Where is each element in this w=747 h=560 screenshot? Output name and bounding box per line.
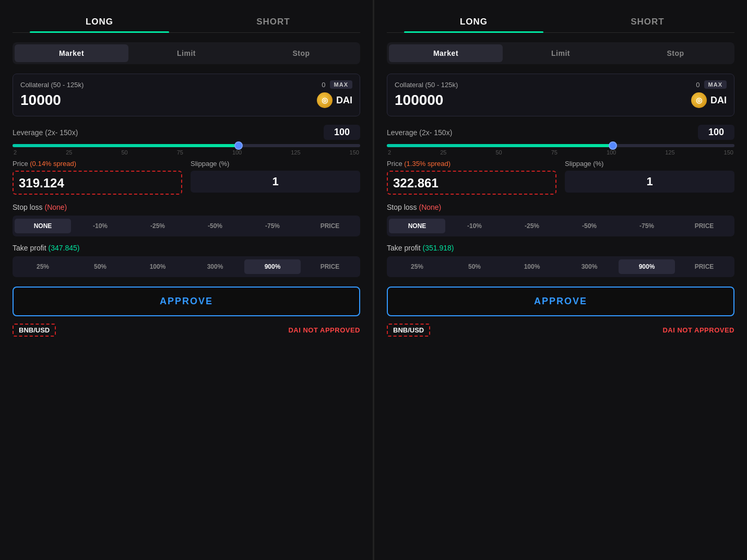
price-slippage-row: Price (0.14% spread)319.124Slippage (%)1 bbox=[13, 160, 360, 195]
slippage-label: Slippage (%) bbox=[191, 160, 360, 168]
take-profit-option-300pct[interactable]: 300% bbox=[561, 259, 618, 274]
take-profit-label: Take profit (347.845) bbox=[13, 244, 360, 252]
leverage-slider[interactable]: 2255075100125150 bbox=[13, 144, 360, 156]
panels-container: LONGSHORTMarketLimitStopCollateral (50 -… bbox=[0, 0, 747, 560]
take-profit-option-100pct[interactable]: 100% bbox=[504, 259, 560, 274]
stop-loss-label: Stop loss (None) bbox=[13, 203, 360, 211]
tab-short[interactable]: SHORT bbox=[186, 10, 360, 32]
dai-label: DAI bbox=[336, 95, 352, 106]
stop-loss-option--75pct[interactable]: -75% bbox=[619, 219, 675, 233]
price-box: Price (0.14% spread)319.124 bbox=[13, 160, 182, 195]
price-dashed-box: 322.861 bbox=[387, 171, 556, 195]
panel-right: LONGSHORTMarketLimitStopCollateral (50 -… bbox=[374, 0, 747, 560]
not-approved-text: DAI NOT APPROVED bbox=[288, 326, 360, 334]
order-btn-stop[interactable]: Stop bbox=[244, 44, 358, 62]
collateral-value: 10000 bbox=[20, 92, 61, 109]
bottom-bar: BNB/USDDAI NOT APPROVED bbox=[13, 324, 360, 337]
leverage-slider[interactable]: 2255075100125150 bbox=[387, 144, 734, 156]
stop-loss-option-price[interactable]: PRICE bbox=[302, 219, 358, 233]
slider-ticks: 2255075100125150 bbox=[387, 149, 734, 156]
collateral-header: Collateral (50 - 125k)0MAX bbox=[20, 80, 352, 89]
tab-row: LONGSHORT bbox=[387, 10, 734, 33]
order-type-row: MarketLimitStop bbox=[387, 42, 734, 64]
stop-loss-label: Stop loss (None) bbox=[387, 203, 734, 211]
dai-badge: ◎DAI bbox=[691, 92, 727, 108]
slider-tick: 25 bbox=[440, 149, 446, 156]
tab-long[interactable]: LONG bbox=[13, 10, 186, 32]
slider-tick: 75 bbox=[177, 149, 183, 156]
slider-tick: 2 bbox=[14, 149, 17, 156]
slider-fill bbox=[13, 144, 239, 147]
slippage-value[interactable]: 1 bbox=[565, 171, 734, 193]
price-label: Price (1.35% spread) bbox=[387, 160, 556, 168]
stop-loss-option-none[interactable]: NONE bbox=[15, 219, 71, 233]
leverage-label: Leverage (2x- 150x) bbox=[13, 128, 78, 137]
stop-loss-option--50pct[interactable]: -50% bbox=[187, 219, 243, 233]
order-btn-limit[interactable]: Limit bbox=[504, 44, 618, 62]
price-value: 319.124 bbox=[14, 173, 181, 194]
take-profit-options: 25%50%100%300%900%PRICE bbox=[13, 256, 360, 277]
order-btn-market[interactable]: Market bbox=[389, 44, 503, 62]
collateral-zero: 0 bbox=[696, 81, 699, 89]
order-btn-stop[interactable]: Stop bbox=[619, 44, 732, 62]
collateral-value-row: 100000◎DAI bbox=[395, 92, 727, 109]
approve-button[interactable]: APPROVE bbox=[13, 287, 360, 316]
stop-loss-option--10pct[interactable]: -10% bbox=[446, 219, 503, 233]
take-profit-option-900pct[interactable]: 900% bbox=[244, 259, 301, 274]
slider-tick: 75 bbox=[551, 149, 558, 156]
collateral-right: 0MAX bbox=[322, 80, 352, 89]
take-profit-option-100pct[interactable]: 100% bbox=[129, 259, 186, 274]
collateral-right: 0MAX bbox=[696, 80, 727, 89]
max-button[interactable]: MAX bbox=[704, 80, 727, 89]
collateral-zero: 0 bbox=[322, 81, 325, 89]
slider-tick: 50 bbox=[121, 149, 127, 156]
take-profit-option-25pct[interactable]: 25% bbox=[15, 259, 71, 274]
take-profit-option-50pct[interactable]: 50% bbox=[72, 259, 128, 274]
take-profit-option-300pct[interactable]: 300% bbox=[187, 259, 243, 274]
stop-loss-option--25pct[interactable]: -25% bbox=[504, 219, 560, 233]
tab-short[interactable]: SHORT bbox=[561, 10, 734, 32]
slider-track bbox=[387, 144, 734, 147]
take-profit-label: Take profit (351.918) bbox=[387, 244, 734, 252]
leverage-value: 100 bbox=[698, 125, 734, 140]
take-profit-option-price[interactable]: PRICE bbox=[302, 259, 358, 274]
take-profit-option-25pct[interactable]: 25% bbox=[389, 259, 445, 274]
order-btn-market[interactable]: Market bbox=[15, 44, 128, 62]
take-profit-options: 25%50%100%300%900%PRICE bbox=[387, 256, 734, 277]
stop-loss-option--75pct[interactable]: -75% bbox=[244, 219, 301, 233]
stop-loss-option-none[interactable]: NONE bbox=[389, 219, 445, 233]
slider-thumb[interactable] bbox=[609, 141, 617, 150]
stop-loss-option-price[interactable]: PRICE bbox=[676, 219, 732, 233]
stop-loss-option--25pct[interactable]: -25% bbox=[129, 219, 186, 233]
slider-thumb[interactable] bbox=[234, 141, 243, 150]
dai-label: DAI bbox=[710, 95, 727, 106]
take-profit-option-50pct[interactable]: 50% bbox=[446, 259, 503, 274]
dai-icon: ◎ bbox=[317, 92, 333, 108]
leverage-row: Leverage (2x- 150x)100 bbox=[387, 125, 734, 140]
stop-loss-option--50pct[interactable]: -50% bbox=[561, 219, 618, 233]
stop-loss-option--10pct[interactable]: -10% bbox=[72, 219, 128, 233]
slider-tick: 100 bbox=[607, 149, 616, 156]
approve-button[interactable]: APPROVE bbox=[387, 287, 734, 316]
slider-tick: 150 bbox=[724, 149, 733, 156]
max-button[interactable]: MAX bbox=[330, 80, 352, 89]
slider-fill bbox=[387, 144, 613, 147]
tab-long[interactable]: LONG bbox=[387, 10, 561, 32]
dai-badge: ◎DAI bbox=[317, 92, 352, 108]
price-value: 322.861 bbox=[388, 173, 555, 194]
slippage-value[interactable]: 1 bbox=[191, 171, 360, 193]
slider-tick: 125 bbox=[665, 149, 674, 156]
collateral-header: Collateral (50 - 125k)0MAX bbox=[395, 80, 727, 89]
order-type-row: MarketLimitStop bbox=[13, 42, 360, 64]
collateral-label: Collateral (50 - 125k) bbox=[20, 81, 84, 89]
slider-ticks: 2255075100125150 bbox=[13, 149, 360, 156]
slider-tick: 25 bbox=[66, 149, 72, 156]
slider-track bbox=[13, 144, 360, 147]
dai-icon: ◎ bbox=[691, 92, 707, 108]
stop-loss-options: NONE-10%-25%-50%-75%PRICE bbox=[13, 216, 360, 236]
take-profit-option-price[interactable]: PRICE bbox=[676, 259, 732, 274]
slider-tick: 150 bbox=[350, 149, 359, 156]
price-slippage-row: Price (1.35% spread)322.861Slippage (%)1 bbox=[387, 160, 734, 195]
order-btn-limit[interactable]: Limit bbox=[129, 44, 243, 62]
take-profit-option-900pct[interactable]: 900% bbox=[619, 259, 675, 274]
